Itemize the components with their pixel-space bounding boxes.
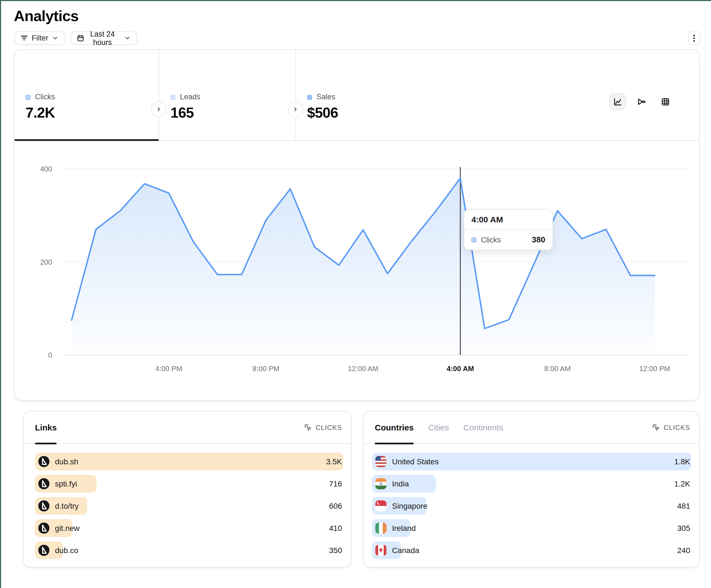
line-chart-view-button[interactable] [609, 93, 626, 110]
analytics-page: Analytics Filter Last 24 hours [0, 0, 711, 588]
clicks-legend-icon [25, 95, 30, 99]
country-row[interactable]: United States1.8K [372, 453, 691, 470]
link-row[interactable]: dub.sh3.5K [35, 453, 343, 470]
countries-metric-label: CLICKS [664, 424, 690, 431]
expand-clicks-button[interactable] [151, 101, 167, 117]
row-label: United States [392, 457, 439, 466]
toolbar: Filter Last 24 hours [14, 31, 137, 45]
country-row[interactable]: Singapore481 [372, 497, 691, 515]
sales-tab-label: Sales [317, 93, 336, 101]
row-label: d.to/try [55, 501, 79, 510]
dub-logo-icon [38, 545, 49, 556]
tooltip-time: 4:00 AM [464, 210, 553, 230]
more-options-button[interactable] [688, 31, 700, 45]
row-label: India [392, 479, 409, 488]
countries-list: United States1.8KIndia1.2KSingapore481Ir… [364, 444, 699, 559]
links-list: dub.sh3.5Kspti.fyi716d.to/try606git.new4… [24, 444, 351, 559]
sg-flag-icon [375, 500, 386, 512]
continents-tab-label: Continents [464, 423, 503, 432]
row-label: dub.co [55, 546, 78, 555]
link-row[interactable]: spti.fyi716 [35, 475, 343, 493]
clicks-tab-label: Clicks [35, 93, 55, 101]
analytics-chart-card: Clicks 7.2K Leads 165 Sales $506 [14, 49, 699, 401]
funnel-view-button[interactable] [633, 93, 650, 110]
filter-button[interactable]: Filter [14, 31, 65, 45]
expand-leads-button[interactable] [288, 101, 303, 117]
country-row[interactable]: Ireland305 [372, 519, 691, 537]
funnel-icon [637, 97, 646, 106]
row-label: Singapore [392, 501, 428, 510]
in-flag-icon [375, 478, 386, 489]
link-row[interactable]: d.to/try606 [35, 497, 343, 515]
row-value: 481 [677, 501, 691, 510]
chevron-down-icon [124, 35, 131, 42]
cursor-click-icon [304, 423, 312, 432]
row-value: 350 [329, 546, 343, 555]
row-value: 3.5K [326, 457, 343, 466]
sales-legend-icon [307, 95, 312, 99]
tab-cities[interactable]: Cities [428, 411, 449, 444]
row-value: 410 [329, 524, 343, 533]
window-edge-top [0, 0, 711, 1]
tab-leads[interactable]: Leads 165 [159, 50, 295, 140]
calendar-icon [77, 34, 84, 42]
chevron-right-icon [155, 106, 162, 113]
table-grid-icon [661, 97, 670, 106]
chevron-down-icon [52, 35, 59, 42]
links-panel: Links CLICKS dub.sh3.5Kspti.fyi716d.to/t… [23, 411, 351, 567]
links-metric-label: CLICKS [316, 424, 342, 431]
ca-flag-icon [375, 545, 386, 556]
row-label: dub.sh [55, 457, 78, 466]
tooltip-series-legend-icon [471, 237, 476, 242]
us-flag-icon [375, 456, 386, 467]
line-chart-icon [613, 97, 622, 106]
date-range-value: Last 24 hours [88, 30, 117, 46]
row-label: Ireland [392, 524, 416, 533]
row-value: 1.8K [674, 457, 691, 466]
leads-tab-label: Leads [180, 93, 200, 101]
tab-continents[interactable]: Continents [464, 411, 503, 444]
dub-logo-icon [38, 456, 49, 467]
links-panel-header: Links CLICKS [24, 412, 351, 444]
ie-flag-icon [375, 523, 386, 534]
links-metric-selector[interactable]: CLICKS [304, 423, 342, 432]
date-range-button[interactable]: Last 24 hours [70, 31, 137, 45]
y-axis-tick-label: 200 [40, 258, 52, 266]
countries-metric-selector[interactable]: CLICKS [652, 423, 690, 432]
tab-countries[interactable]: Countries [375, 411, 414, 444]
chart-plot[interactable]: 02004004:00 PM8:00 PM12:00 AM4:00 AM8:00… [15, 141, 699, 400]
filter-button-label: Filter [31, 34, 48, 42]
dub-logo-icon [38, 500, 49, 512]
kebab-icon [690, 33, 698, 42]
links-tab-label: Links [35, 423, 57, 432]
table-view-button[interactable] [657, 93, 673, 110]
row-value: 716 [329, 479, 343, 488]
country-row[interactable]: Canada240 [372, 541, 691, 559]
leads-legend-icon [170, 95, 175, 99]
filter-icon [20, 34, 28, 42]
countries-panel-header: Countries Cities Continents CLICKS [364, 412, 699, 444]
leads-tab-value: 165 [170, 106, 295, 120]
link-row[interactable]: dub.co350 [35, 541, 343, 559]
dub-logo-icon [38, 478, 49, 489]
tab-clicks[interactable]: Clicks 7.2K [15, 50, 159, 140]
clicks-time-series-chart[interactable]: 02004004:00 PM8:00 PM12:00 AM4:00 AM8:00… [15, 141, 699, 400]
countries-panel: Countries Cities Continents CLICKS Unite… [363, 411, 699, 567]
row-value: 606 [329, 501, 343, 510]
window-edge-left [0, 0, 1, 588]
x-axis-tick-label: 4:00 PM [155, 364, 182, 372]
sales-tab-value: $506 [307, 106, 434, 120]
page-title: Analytics [14, 8, 79, 25]
x-axis-tick-label: 12:00 AM [348, 364, 379, 372]
stats-tabs: Clicks 7.2K Leads 165 Sales $506 [15, 50, 699, 141]
country-row[interactable]: India1.2K [372, 475, 691, 493]
x-axis-tick-label: 8:00 AM [544, 364, 570, 372]
tab-sales[interactable]: Sales $506 [295, 50, 434, 140]
cursor-click-icon [652, 423, 661, 432]
countries-tab-label: Countries [375, 423, 414, 432]
link-row[interactable]: git.new410 [35, 519, 343, 537]
tooltip-series-label: Clicks [481, 235, 501, 244]
tab-links[interactable]: Links [35, 411, 57, 444]
tooltip-value: 380 [532, 235, 545, 244]
y-axis-tick-label: 0 [48, 350, 52, 359]
